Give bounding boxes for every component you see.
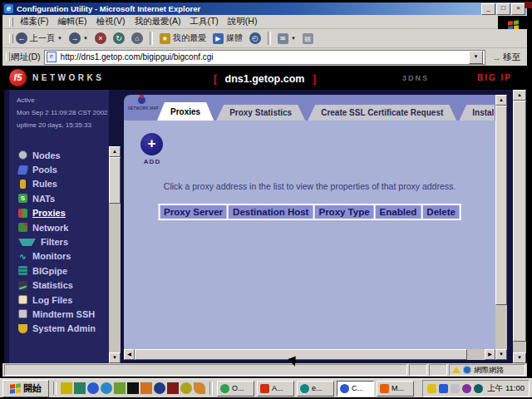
title-bar: e Configuration Utility - Microsoft Inte…	[2, 2, 527, 15]
favorites-button[interactable]: ★ 我的最愛	[158, 32, 208, 45]
go-button[interactable]: → 移至	[489, 52, 524, 63]
sidebar-item-monitors[interactable]: ∿ Monitors	[9, 249, 109, 264]
menu-view[interactable]: 檢視(V)	[96, 16, 125, 27]
sidebar-item-bigpipe[interactable]: BIGpipe	[9, 264, 109, 278]
quick-launch-icon[interactable]	[127, 382, 139, 394]
tab-proxies[interactable]: Proxies	[157, 102, 214, 121]
menu-file[interactable]: 檔案(F)	[20, 16, 48, 27]
ie-logo-icon: e	[4, 4, 13, 13]
quick-launch-icon[interactable]	[167, 382, 179, 394]
scrollbar-thumb[interactable]	[135, 349, 467, 360]
quick-launch-icon[interactable]	[87, 382, 99, 394]
forward-dropdown-icon[interactable]: ▼	[83, 36, 88, 41]
taskbar-window-button[interactable]: M...	[377, 381, 414, 397]
maximize-button[interactable]: □	[496, 3, 510, 15]
tray-icon[interactable]	[427, 384, 436, 393]
media-button[interactable]: ▶ 媒體	[211, 32, 244, 45]
content-hscrollbar[interactable]: ◀ ▶	[124, 349, 495, 360]
start-button[interactable]: 開始	[2, 380, 49, 397]
tab-create-ssl-certificate-request[interactable]: Create SSL Certificate Request	[308, 105, 456, 121]
tab-install-ssl-certificate[interactable]: Install SSL Certif	[459, 105, 495, 121]
taskbar-window-button[interactable]: O...	[217, 381, 254, 397]
quick-launch-icon[interactable]	[140, 382, 152, 394]
taskbar-window-button[interactable]: e...	[297, 381, 334, 397]
menu-tools[interactable]: 工具(T)	[190, 16, 218, 27]
zone-label: 網際網路	[474, 365, 504, 376]
menu-favorites[interactable]: 我的最愛(A)	[134, 16, 180, 27]
quick-launch-icon[interactable]	[114, 382, 126, 394]
mail-dropdown-icon[interactable]: ▼	[291, 36, 296, 41]
taskbar-window-button[interactable]: A...	[257, 381, 294, 397]
refresh-button[interactable]: ↻	[111, 32, 126, 45]
sidebar-item-statistics[interactable]: Statistics	[9, 278, 109, 293]
add-button[interactable]: +	[140, 133, 163, 155]
sidebar-item-filters[interactable]: Filters	[9, 234, 109, 249]
media-icon: ▶	[213, 33, 224, 44]
quick-launch-icon[interactable]	[180, 382, 192, 394]
quick-launch	[61, 382, 205, 394]
forward-button[interactable]: → ▼	[67, 32, 90, 45]
scroll-down-icon[interactable]: ▼	[495, 349, 507, 360]
system-info: Active Mon Sep 2 11:09:28 CST 2002 uptim…	[9, 90, 109, 131]
address-input[interactable]	[59, 52, 466, 62]
quick-launch-icon[interactable]	[74, 382, 86, 394]
app-icon	[380, 384, 389, 393]
sidebar-item-rules[interactable]: Rules	[9, 177, 109, 191]
taskbar-window-button-active[interactable]: C...	[337, 381, 374, 397]
scroll-up-icon[interactable]: ▲	[109, 146, 121, 157]
quick-launch-icon[interactable]	[154, 382, 165, 394]
print-button[interactable]: ▤	[301, 32, 315, 45]
scroll-left-icon[interactable]: ◀	[124, 349, 135, 360]
tray-icon[interactable]	[451, 384, 460, 393]
sidebar-item-system-admin[interactable]: System Admin	[9, 322, 109, 336]
app-icon	[220, 384, 229, 393]
print-icon: ▤	[303, 33, 313, 44]
menu-help[interactable]: 說明(H)	[228, 16, 258, 27]
quick-launch-icon[interactable]	[101, 382, 112, 394]
status-text: Active	[17, 94, 109, 106]
browser-vscrollbar[interactable]: ▲ ▼	[513, 90, 526, 363]
sidebar-item-nodes[interactable]: Nodes	[9, 148, 109, 162]
scroll-up-icon[interactable]: ▲	[513, 90, 526, 101]
sidebar-item-proxies[interactable]: Proxies	[9, 206, 109, 220]
sidebar-item-log-files[interactable]: Log Files	[9, 293, 109, 307]
app-icon	[260, 384, 269, 393]
home-button[interactable]: ⌂	[130, 32, 145, 45]
tray-icon[interactable]	[439, 384, 448, 393]
close-button[interactable]: ×	[511, 3, 525, 15]
scrollbar-thumb[interactable]	[495, 106, 507, 305]
sidebar-scrollbar[interactable]: ▲ ▼	[109, 146, 121, 363]
history-button[interactable]: ◴	[248, 32, 263, 45]
status-bar: 網際網路	[2, 363, 527, 377]
network-map-button[interactable]: NETWORK MAP	[126, 96, 156, 111]
tab-proxy-statistics[interactable]: Proxy Statistics	[216, 105, 305, 121]
mail-button[interactable]: ✉ ▼	[276, 32, 298, 45]
stop-icon: ×	[95, 32, 106, 44]
sidebar-item-nats[interactable]: S NATs	[9, 191, 109, 205]
page-body: Active Mon Sep 2 11:09:28 CST 2002 uptim…	[4, 90, 526, 363]
sidebar-item-pools[interactable]: Pools	[9, 162, 109, 176]
tray-icon[interactable]	[462, 384, 471, 393]
sidebar-item-network[interactable]: Network	[9, 220, 109, 234]
scroll-down-icon[interactable]: ▼	[513, 352, 526, 363]
scrollbar-thumb[interactable]	[109, 157, 121, 204]
scrollbar-thumb[interactable]	[513, 101, 526, 342]
content-vscrollbar[interactable]: ▲ ▼	[495, 95, 507, 360]
col-proxy-type: Proxy Type	[313, 204, 374, 219]
refresh-icon: ↻	[113, 32, 125, 44]
internet-globe-icon	[463, 366, 471, 374]
main-content: + ADD Click a proxy address in the list …	[124, 121, 495, 349]
sidebar-item-mindterm-ssh[interactable]: Mindterm SSH	[9, 307, 109, 321]
tray-icon[interactable]	[474, 384, 483, 393]
scroll-up-icon[interactable]: ▲	[495, 95, 507, 106]
quick-launch-icon[interactable]	[61, 382, 72, 394]
back-dropdown-icon[interactable]: ▼	[57, 36, 62, 41]
scroll-right-icon[interactable]: ▶	[485, 349, 495, 360]
quick-launch-icon[interactable]	[194, 382, 205, 394]
back-button[interactable]: ← 上一頁 ▼	[14, 32, 64, 45]
scroll-down-icon[interactable]: ▼	[109, 352, 121, 363]
menu-edit[interactable]: 編輯(E)	[57, 16, 86, 27]
minimize-button[interactable]: _	[481, 3, 495, 15]
stop-button[interactable]: ×	[93, 32, 108, 45]
address-dropdown-icon[interactable]: ▼	[469, 51, 483, 64]
